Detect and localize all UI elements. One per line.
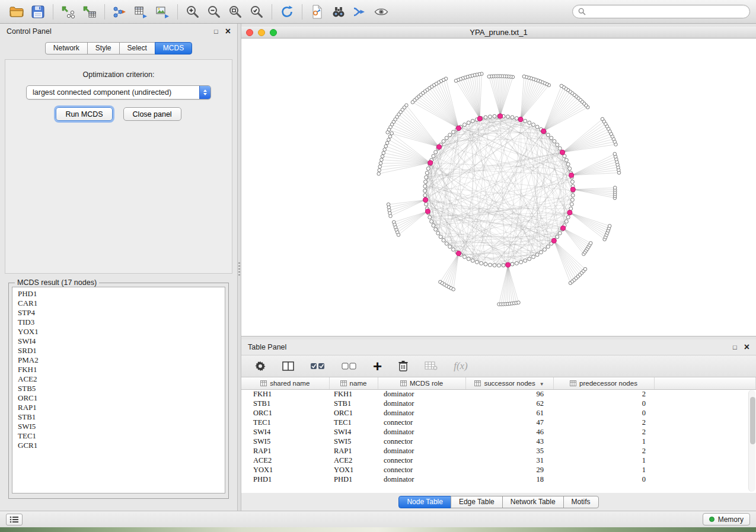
export-document-button[interactable] [307, 2, 328, 21]
cell-mcds-role[interactable]: dominator [378, 475, 465, 484]
cell-shared-name[interactable]: SWI5 [241, 437, 329, 446]
cell-successor-nodes[interactable]: 47 [465, 418, 553, 427]
cell-predecessor-nodes[interactable]: 0 [553, 475, 654, 484]
save-session-button[interactable] [27, 2, 49, 21]
cell-mcds-role[interactable]: dominator [378, 408, 465, 418]
cell-shared-name[interactable]: PHD1 [241, 475, 329, 484]
mcds-result-item[interactable]: STP4 [18, 308, 219, 318]
control-panel-close-button[interactable]: × [225, 27, 231, 36]
cell-predecessor-nodes[interactable]: 2 [553, 389, 654, 399]
cell-predecessor-nodes[interactable]: 2 [553, 446, 654, 456]
cell-mcds-role[interactable]: dominator [378, 389, 465, 399]
cell-successor-nodes[interactable]: 96 [465, 389, 553, 399]
column-header-successor-nodes[interactable]: successor nodes▼ [465, 377, 553, 389]
table-row[interactable]: RAP1RAP1dominator352 [241, 446, 756, 456]
cell-name[interactable]: RAP1 [329, 446, 378, 456]
mcds-result-item[interactable]: STB5 [18, 384, 219, 393]
cell-successor-nodes[interactable]: 61 [465, 408, 553, 418]
table-settings-button[interactable] [254, 360, 266, 372]
cell-successor-nodes[interactable]: 62 [465, 399, 553, 408]
table-row[interactable]: ORC1ORC1dominator610 [241, 408, 756, 418]
network-canvas[interactable] [241, 39, 756, 336]
table-panel-close-button[interactable]: × [744, 342, 749, 352]
column-header-name[interactable]: name [329, 377, 378, 389]
cell-predecessor-nodes[interactable]: 1 [553, 465, 654, 475]
cell-name[interactable]: YOX1 [329, 465, 378, 475]
panel-splitter[interactable] [237, 24, 241, 511]
zoom-out-button[interactable] [203, 2, 225, 21]
mcds-result-item[interactable]: TEC1 [18, 431, 219, 441]
tab-edge-table[interactable]: Edge Table [451, 496, 503, 508]
cell-predecessor-nodes[interactable]: 0 [553, 408, 654, 418]
cell-successor-nodes[interactable]: 35 [465, 446, 553, 456]
tab-mcds[interactable]: MCDS [155, 42, 192, 55]
table-row[interactable]: ACE2ACE2connector311 [241, 456, 756, 465]
panel-menu-button[interactable] [6, 514, 23, 525]
cell-name[interactable]: ACE2 [329, 456, 378, 465]
tab-style[interactable]: Style [87, 42, 120, 55]
mcds-result-item[interactable]: CAR1 [18, 299, 219, 308]
refresh-button[interactable] [276, 2, 298, 21]
cell-shared-name[interactable]: STB1 [241, 399, 329, 408]
mcds-result-item[interactable]: YOX1 [18, 327, 219, 336]
merge-button[interactable] [349, 2, 371, 21]
cell-successor-nodes[interactable]: 31 [465, 456, 553, 465]
cell-name[interactable]: ORC1 [329, 408, 378, 418]
column-header-mcds-role[interactable]: MCDS role [378, 377, 465, 389]
mcds-result-item[interactable]: ACE2 [18, 374, 219, 384]
mcds-result-item[interactable]: ORC1 [18, 393, 219, 403]
create-column-button[interactable]: + [373, 360, 382, 372]
cell-name[interactable]: STB1 [329, 399, 378, 408]
window-close-button[interactable] [246, 29, 253, 36]
search-input[interactable] [589, 8, 744, 16]
mcds-result-item[interactable]: STB1 [18, 412, 219, 422]
tab-node-table[interactable]: Node Table [398, 496, 451, 508]
mcds-result-list[interactable]: PHD1CAR1STP4TID3YOX1SWI4SRD1PMA2FKH1ACE2… [12, 287, 225, 493]
cell-name[interactable]: PHD1 [329, 475, 378, 484]
column-header-predecessor-nodes[interactable]: predecessor nodes [553, 377, 654, 389]
cell-predecessor-nodes[interactable]: 1 [553, 437, 654, 446]
mcds-result-item[interactable]: PHD1 [18, 289, 219, 299]
import-network-button[interactable] [58, 2, 79, 21]
cell-predecessor-nodes[interactable]: 1 [553, 456, 654, 465]
tab-network[interactable]: Network [45, 42, 88, 55]
cell-shared-name[interactable]: ORC1 [241, 408, 329, 418]
find-button[interactable] [328, 2, 349, 21]
cell-shared-name[interactable]: RAP1 [241, 446, 329, 456]
cell-name[interactable]: FKH1 [329, 389, 378, 399]
table-row[interactable]: FKH1FKH1dominator962 [241, 389, 756, 399]
control-panel-float-button[interactable]: □ [214, 28, 218, 35]
search-box[interactable] [572, 5, 750, 18]
table-scrollbar[interactable] [748, 390, 755, 492]
cell-predecessor-nodes[interactable]: 0 [553, 399, 654, 408]
table-row[interactable]: PHD1PHD1dominator180 [241, 475, 756, 484]
mcds-result-item[interactable]: SWI4 [18, 336, 219, 346]
table-scrollbar-thumb[interactable] [750, 397, 755, 444]
table-row[interactable]: YOX1YOX1connector291 [241, 465, 756, 475]
cell-name[interactable]: SWI4 [329, 427, 378, 437]
tab-motifs[interactable]: Motifs [563, 496, 599, 508]
mcds-result-item[interactable]: SRD1 [18, 346, 219, 355]
zoom-selected-button[interactable] [246, 2, 267, 21]
export-table-button[interactable] [130, 2, 152, 21]
cell-predecessor-nodes[interactable]: 2 [553, 427, 654, 437]
cell-shared-name[interactable]: FKH1 [241, 389, 329, 399]
cell-successor-nodes[interactable]: 43 [465, 437, 553, 446]
show-column-panel-button[interactable] [282, 361, 294, 371]
cell-mcds-role[interactable]: connector [378, 418, 465, 427]
export-network-button[interactable] [109, 2, 130, 21]
mcds-close-panel-button[interactable]: Close panel [123, 107, 181, 121]
export-image-button[interactable] [152, 2, 173, 21]
import-table-button[interactable] [79, 2, 100, 21]
table-panel-float-button[interactable]: □ [733, 344, 737, 351]
mcds-result-item[interactable]: TID3 [18, 318, 219, 327]
table-row[interactable]: STB1STB1dominator620 [241, 399, 756, 408]
network-window-titlebar[interactable]: YPA_prune.txt_1 [241, 27, 756, 39]
cell-name[interactable]: SWI5 [329, 437, 378, 446]
cell-shared-name[interactable]: TEC1 [241, 418, 329, 427]
table-row[interactable]: SWI5SWI5connector431 [241, 437, 756, 446]
cell-predecessor-nodes[interactable]: 2 [553, 418, 654, 427]
window-minimize-button[interactable] [258, 29, 265, 36]
cell-successor-nodes[interactable]: 46 [465, 427, 553, 437]
mcds-result-item[interactable]: FKH1 [18, 365, 219, 374]
